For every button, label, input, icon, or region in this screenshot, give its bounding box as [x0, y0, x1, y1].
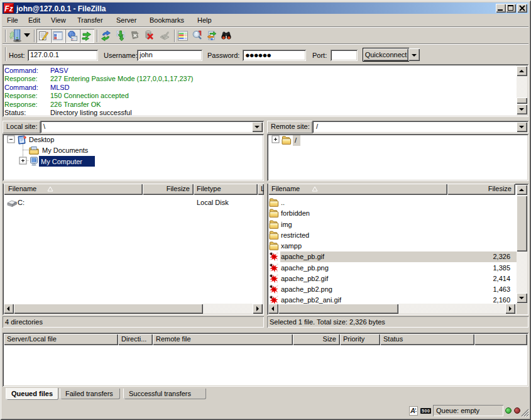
svg-text:500: 500 — [422, 409, 430, 413]
svg-text:Fz: Fz — [4, 4, 13, 13]
